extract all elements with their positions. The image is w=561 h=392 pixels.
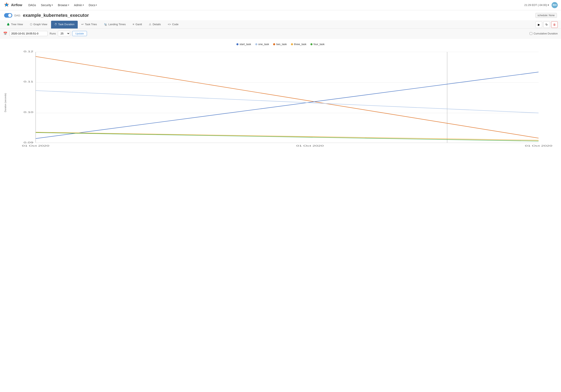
play-button[interactable]: ▶	[536, 21, 542, 28]
tab-graph-view[interactable]: ⬡ Graph View	[27, 21, 51, 29]
tab-tree-view[interactable]: 🌲 Tree View	[3, 21, 26, 29]
tab-gantt[interactable]: ≡ Gantt	[129, 21, 145, 29]
chart-svg: 0.12 0.11 0.10 0.09	[8, 49, 557, 156]
svg-rect-3	[36, 51, 539, 143]
cumulative-label: Cumulative Duration	[534, 32, 558, 35]
svg-text:01 Oct 2020: 01 Oct 2020	[525, 145, 552, 147]
page-title: DAG: example_kubernetes_executor	[4, 13, 89, 18]
time-display: 21:29 EDT (-04:00) ▾	[524, 3, 549, 7]
legend-two-task: two_task	[273, 43, 287, 46]
schedule-badge: schedule: None	[535, 13, 557, 18]
nav-browse[interactable]: Browse ▾	[56, 2, 71, 8]
legend-dot-one	[255, 43, 257, 45]
calendar-icon: 📅	[3, 32, 7, 35]
legend-dot-start	[237, 43, 238, 45]
legend-start-task: start_task	[237, 43, 251, 46]
tab-task-duration[interactable]: ⏱ Task Duration	[51, 21, 78, 29]
svg-line-14	[36, 56, 539, 138]
legend-one-task: one_task	[255, 43, 269, 46]
svg-text:01 Oct 2020: 01 Oct 2020	[22, 145, 49, 147]
legend-four-task: four_task	[311, 43, 324, 46]
legend-label-three: three_task	[294, 43, 307, 46]
chart-svg-container: 0.12 0.11 0.10 0.09	[8, 49, 557, 156]
legend-label-four: four_task	[313, 43, 324, 46]
tab-actions: ▶ ↻ 🗑	[536, 21, 558, 28]
controls-right: Cumulative Duration	[530, 32, 558, 35]
runs-select[interactable]: 25 50 100	[58, 31, 70, 36]
tree-view-icon: 🌲	[7, 23, 10, 26]
dag-label: DAG:	[14, 14, 21, 17]
legend-three-task: three_task	[291, 43, 307, 46]
chart-legend: start_task one_task two_task three_task …	[4, 43, 557, 46]
nav-admin[interactable]: Admin ▾	[72, 2, 86, 8]
svg-line-16	[36, 91, 539, 113]
update-button[interactable]: Update	[72, 31, 87, 36]
legend-label-start: start_task	[239, 43, 251, 46]
tab-code[interactable]: <> Code	[164, 21, 182, 29]
svg-text:01 Oct 2020: 01 Oct 2020	[296, 145, 324, 147]
legend-dot-two	[273, 43, 275, 45]
tab-task-tries[interactable]: ↩ Task Tries	[78, 21, 100, 29]
svg-line-18	[36, 133, 539, 141]
y-axis-label: Duration (seconds)	[4, 93, 7, 112]
dag-name: example_kubernetes_executor	[23, 13, 89, 18]
legend-dot-four	[311, 43, 313, 45]
chart-wrapper: Duration (seconds) 0.12 0.11 0.10 0.09	[4, 49, 557, 156]
tab-bar: 🌲 Tree View ⬡ Graph View ⏱ Task Duration…	[0, 21, 561, 29]
brand-label: Airflow	[11, 3, 22, 7]
navbar-right: 21:29 EDT (-04:00) ▾ RH	[524, 2, 558, 8]
cumulative-checkbox[interactable]	[530, 32, 532, 35]
details-icon: ⚠	[149, 23, 151, 26]
task-tries-icon: ↩	[81, 23, 84, 26]
svg-line-17	[36, 132, 539, 140]
tab-details[interactable]: ⚠ Details	[146, 21, 164, 29]
dag-toggle[interactable]	[4, 13, 12, 18]
code-icon: <>	[168, 23, 171, 26]
nav-links: DAGs Security ▾ Browse ▾ Admin ▾ Docs ▾	[26, 2, 99, 8]
legend-label-one: one_task	[258, 43, 269, 46]
airflow-logo	[3, 2, 10, 8]
nav-docs[interactable]: Docs ▾	[87, 2, 99, 8]
date-input[interactable]	[10, 31, 48, 36]
legend-dot-three	[291, 43, 293, 45]
svg-text:0.12: 0.12	[24, 50, 33, 53]
chart-container: start_task one_task two_task three_task …	[0, 39, 561, 158]
task-duration-icon: ⏱	[54, 23, 57, 26]
navbar: Airflow DAGs Security ▾ Browse ▾ Admin ▾…	[0, 0, 561, 10]
svg-line-15	[36, 72, 539, 138]
time-caret: ▾	[548, 3, 549, 7]
svg-text:0.09: 0.09	[24, 141, 33, 144]
tab-landing-times[interactable]: 🛬 Landing Times	[101, 21, 129, 29]
runs-label: Runs	[50, 32, 56, 35]
user-avatar[interactable]: RH	[551, 2, 558, 8]
graph-view-icon: ⬡	[30, 23, 32, 26]
legend-label-two: two_task	[276, 43, 287, 46]
refresh-button[interactable]: ↻	[543, 21, 550, 28]
delete-button[interactable]: 🗑	[551, 21, 558, 28]
brand[interactable]: Airflow	[3, 2, 22, 8]
landing-times-icon: 🛬	[104, 23, 107, 26]
svg-text:0.10: 0.10	[24, 111, 33, 114]
svg-text:0.11: 0.11	[24, 80, 33, 83]
controls-bar: 📅 Runs 25 50 100 Update Cumulative Durat…	[0, 29, 561, 39]
page-header: DAG: example_kubernetes_executor schedul…	[0, 10, 561, 21]
nav-dags[interactable]: DAGs	[26, 2, 38, 8]
nav-security[interactable]: Security ▾	[39, 2, 55, 8]
gantt-icon: ≡	[133, 23, 134, 26]
